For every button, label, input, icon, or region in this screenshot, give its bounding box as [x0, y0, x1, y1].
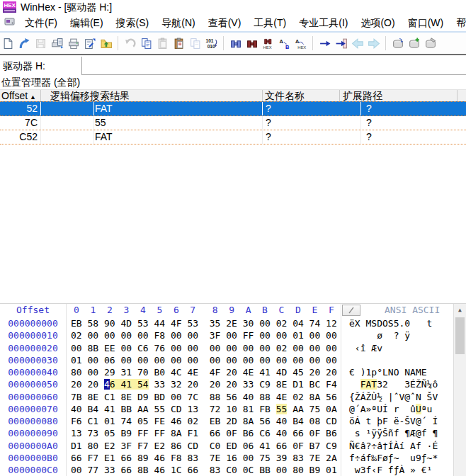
hex-row[interactable]: 000000080F6 C1 01 74 05 FE 46 02 EB 2D 8…	[0, 415, 453, 427]
goto-offset-icon[interactable]	[317, 35, 333, 52]
cell-search-result[interactable]: FAT	[95, 130, 113, 144]
table-row[interactable]: 52FAT??	[0, 101, 466, 116]
hex-row-bytes[interactable]: 02 00 00 00 00 F8 00 00 3F 00 FF 00 00 0…	[71, 329, 337, 341]
table-row[interactable]: C52FAT??	[0, 130, 466, 144]
hex-row-bytes[interactable]: 00 77 33 66 8B 46 1C 66 83 C0 0C BB 00 8…	[71, 464, 337, 476]
hex-row-ascii[interactable]: s ¹ÿÿŠñf ¶Æ@f ¶	[349, 427, 438, 439]
hex-row-ascii[interactable]: FAT32 3ÉŽÑ¼ô	[349, 378, 438, 390]
hex-row-bytes[interactable]: 01 00 06 00 00 00 00 00 00 00 00 00 00 0…	[71, 354, 337, 366]
hex-row-ascii[interactable]: f÷áf‰Føƒ~ u9ƒ~*	[349, 452, 438, 464]
menu-item[interactable]: 编辑(E)	[64, 16, 110, 31]
hex-row-bytes[interactable]: 00 8B EE 00 C6 76 00 00 00 00 00 00 02 0…	[71, 342, 337, 354]
copy-block-icon[interactable]	[187, 35, 203, 52]
hex-row-bytes[interactable]: 40 B4 41 BB AA 55 CD 13 72 10 81 FB 55 A…	[71, 403, 337, 415]
replace-text-icon[interactable]: AB	[276, 35, 292, 52]
hex-row-ascii[interactable]: € )1p°LNO NAME	[349, 366, 438, 378]
hex-row-ascii[interactable]	[349, 354, 438, 366]
hex-row-bytes[interactable]: EB 58 90 4D 53 44 4F 53 35 2E 30 00 02 0…	[71, 317, 337, 329]
search-binoculars-icon[interactable]	[227, 35, 244, 52]
hex-row[interactable]: 00000005020 20 46 41 54 33 32 20 20 20 3…	[0, 378, 453, 390]
column-header-offset[interactable]: Offset▲	[1, 90, 40, 102]
search-again-binoculars-icon[interactable]	[244, 35, 260, 52]
cell-path[interactable]: ?	[366, 102, 372, 115]
cell-file-name[interactable]: ?	[266, 130, 271, 144]
menu-item[interactable]: 工具(T)	[247, 16, 292, 31]
table-row[interactable]: 7C55??	[0, 116, 466, 130]
ascii-charset-header[interactable]: ANSI ASCII	[385, 305, 440, 315]
tab-drive-h[interactable]: 驱动器 H:	[0, 57, 82, 75]
save-icon[interactable]	[33, 35, 49, 52]
hex-row-ascii[interactable]: öÁ t þF ë-ŠV@´ Í	[349, 415, 438, 427]
hex-row[interactable]: 00000002000 8B EE 00 C6 76 00 00 00 00 0…	[0, 342, 453, 354]
cell-file-name[interactable]: ?	[266, 116, 271, 130]
cell-search-result[interactable]: 55	[95, 116, 106, 130]
hex-row-ascii[interactable]: ‹î Æv	[349, 342, 438, 354]
cell-offset[interactable]: C52	[0, 130, 38, 144]
hex-row-bytes[interactable]: 20 20 46 41 54 33 32 20 20 20 33 C9 8E D…	[71, 378, 337, 390]
hex-replace-icon[interactable]: AHEX	[292, 35, 309, 52]
menu-item[interactable]: 文件(F)	[18, 16, 64, 31]
hex-row-ascii[interactable]: {ŽÁŽÙ½ |ˆV@ˆN ŠV	[349, 391, 438, 403]
print-icon[interactable]	[65, 35, 81, 52]
hex-row-bytes[interactable]: 66 F7 E1 66 89 46 F8 83 7E 16 00 75 39 8…	[71, 452, 337, 464]
hex-row-ascii[interactable]: ëX MSDOS5.0 t	[349, 317, 438, 329]
hex-search-icon[interactable]: HEX	[260, 35, 276, 52]
undo-icon[interactable]	[122, 35, 138, 52]
back-icon[interactable]	[349, 35, 365, 52]
scroll-up-icon[interactable]: ▲	[454, 304, 466, 316]
hex-row-ascii[interactable]: w3f‹F fƒÀ » €¹	[349, 464, 438, 476]
hex-row[interactable]: 0000000B066 F7 E1 66 89 46 F8 83 7E 16 0…	[0, 452, 453, 464]
column-divider[interactable]	[339, 90, 340, 102]
menu-item[interactable]: 选项(O)	[354, 16, 401, 31]
hex-row-bytes[interactable]: 80 00 29 31 70 B0 4C 4E 4F 20 4E 41 4D 4…	[71, 366, 337, 378]
print-preview-icon[interactable]	[49, 35, 65, 52]
column-header-search-result[interactable]: 逻辑偏移搜索结果	[50, 90, 261, 102]
menu-item[interactable]: 导航(N)	[155, 16, 201, 31]
hex-row-bytes[interactable]: D1 80 E2 3F F7 E2 86 CD C0 ED 06 41 66 0…	[71, 440, 337, 452]
cell-file-name[interactable]: ?	[266, 102, 271, 115]
hex-row[interactable]: 000000000EB 58 90 4D 53 44 4F 53 35 2E 3…	[0, 317, 453, 329]
hex-row-bytes[interactable]: 7B 8E C1 8E D9 BD 00 7C 88 56 40 88 4E 0…	[71, 391, 337, 403]
column-layout-button[interactable]	[342, 305, 360, 316]
open-icon[interactable]	[16, 35, 33, 52]
hex-row-ascii[interactable]: Ñ€â?÷â†ÍÀí Af ·É	[349, 440, 438, 452]
hex-scrollbar[interactable]: ▲	[453, 304, 466, 476]
column-divider[interactable]	[40, 90, 41, 102]
hex-row[interactable]: 00000004080 00 29 31 70 B0 4C 4E 4F 20 4…	[0, 366, 453, 378]
copy-icon[interactable]	[138, 35, 154, 52]
disk-tools-icon[interactable]	[422, 35, 438, 52]
disk-add-icon[interactable]	[406, 35, 422, 52]
menu-item[interactable]: 搜索(S)	[110, 16, 156, 31]
column-divider[interactable]	[457, 90, 458, 102]
hex-row[interactable]: 00000009013 73 05 B9 FF FF 8A F1 66 0F B…	[0, 427, 453, 439]
binary-convert-icon[interactable]: 101010	[203, 35, 220, 52]
hex-row[interactable]: 0000000C000 77 33 66 8B 46 1C 66 83 C0 0…	[0, 464, 453, 476]
hex-row-bytes[interactable]: F6 C1 01 74 05 FE 46 02 EB 2D 8A 56 40 B…	[71, 415, 337, 427]
column-header-file-name[interactable]: 文件名称	[265, 90, 339, 102]
disk-refresh-icon[interactable]	[390, 35, 406, 52]
hex-row[interactable]: 0000000607B 8E C1 8E D9 BD 00 7C 88 56 4…	[0, 391, 453, 403]
hex-row[interactable]: 00000007040 B4 41 BB AA 55 CD 13 72 10 8…	[0, 403, 453, 415]
drive-window-icon[interactable]	[4, 16, 16, 30]
menu-item[interactable]: 窗口(W)	[402, 16, 450, 31]
cell-offset[interactable]: 52	[0, 102, 38, 115]
scrollbar-thumb[interactable]	[455, 317, 465, 354]
goto-block-icon[interactable]	[333, 35, 349, 52]
column-divider[interactable]	[262, 90, 263, 102]
hex-row[interactable]: 00000003001 00 06 00 00 00 00 00 00 00 0…	[0, 354, 453, 366]
cell-path[interactable]: ?	[366, 116, 372, 130]
properties-icon[interactable]	[81, 35, 98, 52]
hex-row[interactable]: 0000000A0D1 80 E2 3F F7 E2 86 CD C0 ED 0…	[0, 440, 453, 452]
hex-row-ascii[interactable]: ø ? ÿ	[349, 329, 438, 341]
menu-item[interactable]: 帮助	[450, 16, 466, 31]
menu-item[interactable]: 查看(V)	[202, 16, 248, 31]
menu-item[interactable]: 专业工具(I)	[292, 16, 354, 31]
folder-up-icon[interactable]	[98, 35, 114, 52]
hex-row[interactable]: 00000001002 00 00 00 00 F8 00 00 3F 00 F…	[0, 329, 453, 341]
cell-offset[interactable]: 7C	[0, 116, 38, 130]
cell-path[interactable]: ?	[366, 130, 372, 144]
paste-icon[interactable]	[154, 35, 171, 52]
forward-icon[interactable]	[365, 35, 382, 52]
new-file-icon[interactable]	[0, 35, 16, 52]
hex-row-bytes[interactable]: 13 73 05 B9 FF FF 8A F1 66 0F B6 C6 40 6…	[71, 427, 337, 439]
